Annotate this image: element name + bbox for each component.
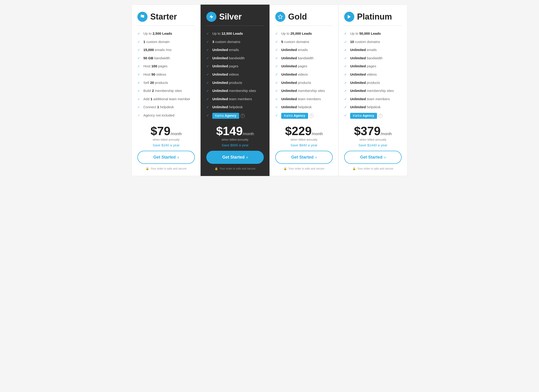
feature-text: Unlimited pages xyxy=(281,64,307,68)
check-icon: ✓ xyxy=(206,113,210,118)
lock-icon: 🔒 xyxy=(284,167,287,170)
secure-text: 🔒Your order is safe and secure xyxy=(344,167,402,170)
plan-title-platinum: Platinum xyxy=(357,12,392,22)
feature-text: Unlimited emails xyxy=(350,47,377,52)
check-icon: ✓ xyxy=(344,113,348,118)
check-icon: ✓ xyxy=(137,89,141,93)
kartra-agency-badge: Kartra Agency xyxy=(350,113,377,119)
list-item: ✓Unlimited membership sites xyxy=(275,87,333,95)
check-icon: ✓ xyxy=(275,97,279,102)
plan-header-gold: Gold xyxy=(275,12,333,26)
feature-text: Unlimited products xyxy=(350,80,380,85)
lightning-icon xyxy=(206,12,217,22)
feature-text: Unlimited videos xyxy=(212,72,239,77)
get-started-button-starter[interactable]: Get Started › xyxy=(137,151,195,164)
feature-text: 10 custom domains xyxy=(350,39,380,44)
feature-text: 1 custom domain xyxy=(143,39,169,44)
question-mark-icon[interactable]: ? xyxy=(309,114,314,118)
check-icon: ✓ xyxy=(344,64,348,69)
svg-marker-0 xyxy=(210,15,213,19)
list-item: ✓Build 2 membership sites xyxy=(137,87,195,95)
list-item: ✓Unlimited pages xyxy=(206,62,264,70)
check-icon: ✓ xyxy=(137,31,141,36)
list-item: ✓Sell 20 products xyxy=(137,79,195,87)
feature-text: Unlimited products xyxy=(212,80,242,85)
billed-text: when billed annually xyxy=(275,138,333,141)
question-mark-icon[interactable]: ? xyxy=(378,114,383,118)
cross-icon: ✕ xyxy=(137,113,141,118)
list-item: ✓Unlimited emails xyxy=(344,46,402,54)
feature-text: Unlimited bandwidth xyxy=(212,56,245,60)
feature-text: Unlimited emails xyxy=(212,47,239,52)
check-icon: ✓ xyxy=(137,48,141,52)
list-item: ✓Unlimited helpdesk xyxy=(206,103,264,111)
check-icon: ✓ xyxy=(344,89,348,93)
feature-text: Unlimited helpdesk xyxy=(212,105,243,109)
check-icon: ✓ xyxy=(206,89,210,93)
plan-title-gold: Gold xyxy=(288,12,307,22)
list-item: ✓Add 1 additional team member xyxy=(137,95,195,103)
check-icon: ✓ xyxy=(206,48,210,52)
check-icon: ✓ xyxy=(344,31,348,36)
billed-text: when billed annually xyxy=(344,138,402,141)
list-item: ✓Unlimited bandwidth xyxy=(206,54,264,62)
save-text: Save $1440 a year xyxy=(344,143,402,147)
feature-text: Unlimited bandwidth xyxy=(281,56,314,60)
list-item: ✓Up to 12,500 Leads xyxy=(206,29,264,38)
feature-text: Build 2 membership sites xyxy=(143,88,182,93)
check-icon: ✓ xyxy=(137,40,141,44)
price-line: $379/month xyxy=(344,125,402,137)
price-amount: $379 xyxy=(354,125,381,137)
feature-text: Unlimited products xyxy=(281,80,311,85)
list-item: ✓Connect 1 helpdesk xyxy=(137,103,195,111)
price-period: /month xyxy=(170,132,182,136)
plan-header-silver: Silver xyxy=(206,12,264,26)
pricing-container: Starter✓Up to 2,500 Leads✓1 custom domai… xyxy=(132,5,407,176)
features-list-platinum: ✓Up to 50,000 Leads✓10 custom domains✓Un… xyxy=(344,29,402,120)
list-item: ✓Unlimited videos xyxy=(275,70,333,79)
check-icon: ✓ xyxy=(137,81,141,85)
check-icon: ✓ xyxy=(275,89,279,93)
list-item: ✕Agency not included xyxy=(137,111,195,120)
get-started-button-silver[interactable]: Get Started › xyxy=(206,151,264,164)
feature-text: Up to 50,000 Leads xyxy=(350,31,381,36)
price-line: $79/month xyxy=(137,125,195,137)
plan-card-starter: Starter✓Up to 2,500 Leads✓1 custom domai… xyxy=(132,5,201,176)
check-icon: ✓ xyxy=(206,72,210,77)
list-item: ✓Unlimited helpdesk xyxy=(344,103,402,111)
features-list-gold: ✓Up to 25,000 Leads✓5 custom domains✓Unl… xyxy=(275,29,333,120)
price-period: /month xyxy=(312,132,323,136)
flag-icon xyxy=(137,12,148,22)
check-icon: ✓ xyxy=(206,97,210,102)
check-icon: ✓ xyxy=(344,48,348,52)
check-icon: ✓ xyxy=(137,72,141,77)
check-icon: ✓ xyxy=(206,40,210,44)
check-icon: ✓ xyxy=(137,97,141,102)
secure-text: 🔒Your order is safe and secure xyxy=(137,167,195,170)
feature-text: 50 GB bandwidth xyxy=(143,56,170,60)
check-icon: ✓ xyxy=(275,113,279,118)
lock-icon: 🔒 xyxy=(215,167,218,170)
list-item: ✓1 custom domain xyxy=(137,38,195,46)
check-icon: ✓ xyxy=(275,48,279,52)
get-started-button-gold[interactable]: Get Started › xyxy=(275,151,333,164)
question-mark-icon[interactable]: ? xyxy=(241,114,245,118)
list-item: ✓Unlimited bandwidth xyxy=(344,54,402,62)
save-text: Save $600 a year xyxy=(206,143,264,147)
price-amount: $229 xyxy=(285,125,312,137)
check-icon: ✓ xyxy=(275,31,279,36)
get-started-button-platinum[interactable]: Get Started › xyxy=(344,151,402,164)
feature-text: Unlimited team members xyxy=(281,97,321,101)
svg-marker-2 xyxy=(348,15,351,19)
feature-text: Up to 25,000 Leads xyxy=(281,31,312,36)
feature-text: Agency not included xyxy=(143,113,174,118)
list-item: ✓Unlimited bandwidth xyxy=(275,54,333,62)
list-item: ✓Kartra Agency? xyxy=(275,111,333,120)
feature-text: Host 100 pages xyxy=(143,64,168,68)
agency-row: Kartra Agency? xyxy=(350,113,383,119)
plan-card-gold: Gold✓Up to 25,000 Leads✓5 custom domains… xyxy=(270,5,338,176)
list-item: ✓Unlimited team members xyxy=(344,95,402,103)
price-period: /month xyxy=(380,132,392,136)
feature-text: Up to 2,500 Leads xyxy=(143,31,172,36)
list-item: ✓Host 100 pages xyxy=(137,62,195,70)
